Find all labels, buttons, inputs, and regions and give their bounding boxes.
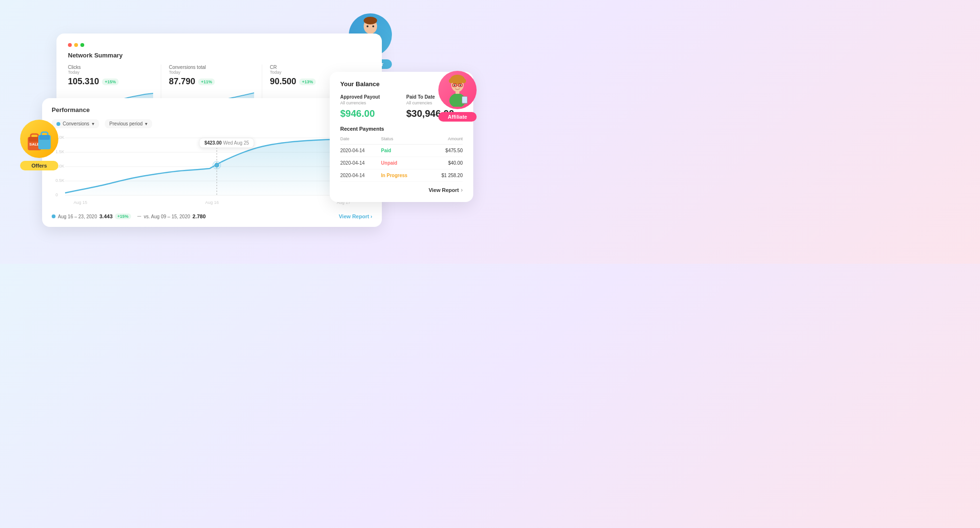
payment-table: Date Status Amount 2020-04-14 Paid $475.… (340, 136, 463, 182)
svg-point-15 (454, 85, 456, 86)
approved-payout-col: Approved Payout All currencies $946.00 (340, 94, 397, 119)
legend-dot-blue (52, 214, 56, 218)
metric-clicks-badge: +15% (102, 79, 119, 85)
offers-avatar: SALE Offers (20, 120, 58, 170)
svg-rect-27 (39, 135, 50, 140)
legend-item-2: vs. Aug 09 – 15, 2020 2.780 (137, 213, 206, 219)
metric-conversions-badge: +11% (198, 79, 215, 85)
performance-footer: Aug 16 – 23, 2020 3.443 +15% vs. Aug 09 … (52, 213, 372, 219)
metric-conversions-period: Today (169, 70, 254, 75)
payment-table-header: Date Status Amount (340, 136, 463, 145)
legend-dot-dashed (137, 214, 142, 219)
col-date-header: Date (340, 136, 381, 141)
payment-row-1: 2020-04-14 Paid $475.50 (340, 145, 463, 157)
performance-view-report-link[interactable]: View Report › (339, 213, 372, 219)
main-wrapper: Advertiser (0, 0, 490, 264)
performance-header: Performance ··· (52, 106, 372, 113)
conversions-dropdown[interactable]: Conversions ▾ (52, 119, 99, 128)
metric-cr-badge: +13% (299, 79, 316, 85)
offers-bags-figure: SALE (24, 124, 55, 155)
svg-text:0.5K: 0.5K (56, 178, 65, 183)
balance-footer: View Report › (340, 187, 463, 193)
payment-date-1: 2020-04-14 (340, 148, 381, 153)
col-status-header: Status (381, 136, 422, 141)
payment-status-2: Unpaid (381, 160, 422, 166)
metric-clicks-period: Today (68, 70, 153, 75)
svg-point-3 (372, 25, 374, 27)
legend1-value: 3.443 (100, 213, 113, 219)
offers-label: Offers (20, 161, 58, 170)
metric-conversions-value: 87.790 (169, 77, 195, 87)
affiliate-figure (443, 73, 472, 107)
network-summary-title: Network Summary (68, 52, 370, 59)
payment-amount-1: $475.50 (422, 148, 463, 153)
metric-conversions-label: Conversions total (169, 65, 254, 70)
metric-clicks-label: Clicks (68, 65, 153, 70)
chart-tooltip: $423.00 Wed Aug 25 (199, 138, 254, 148)
svg-rect-20 (462, 97, 467, 103)
affiliate-avatar: Affiliate (438, 71, 477, 122)
window-dots (68, 43, 370, 47)
dot-yellow (74, 43, 78, 47)
legend2-dates: vs. Aug 09 – 15, 2020 (144, 214, 190, 219)
metric-conversions-value-row: 87.790 +11% (169, 77, 254, 87)
payment-status-3: In Progress (381, 173, 422, 178)
legend1-badge: +15% (115, 213, 131, 219)
payment-date-2: 2020-04-14 (340, 160, 381, 166)
col-amount-header: Amount (422, 136, 463, 141)
period-chevron: ▾ (145, 121, 147, 126)
approved-payout-sub: All currencies (340, 101, 397, 105)
performance-view-report-text: View Report (339, 213, 369, 219)
conversions-chevron: ▾ (92, 121, 94, 126)
period-dropdown[interactable]: Previous period ▾ (105, 119, 152, 128)
legend-item-1: Aug 16 – 23, 2020 3.443 +15% (52, 213, 131, 219)
metric-clicks-value: 105.310 (68, 77, 99, 87)
payment-status-1: Paid (381, 148, 422, 153)
period-label: Previous period (110, 121, 143, 126)
metric-cr-label: CR (270, 65, 355, 70)
payment-row-2: 2020-04-14 Unpaid $40.00 (340, 157, 463, 169)
payment-row-3: 2020-04-14 In Progress $1 258.20 (340, 169, 463, 182)
approved-payout-amount: $946.00 (340, 108, 397, 119)
payment-amount-2: $40.00 (422, 160, 463, 166)
dot-green (80, 43, 84, 47)
svg-text:0: 0 (56, 192, 58, 197)
balance-view-report-btn[interactable]: View Report (429, 187, 459, 193)
legend1-dates: Aug 16 – 23, 2020 (58, 214, 97, 219)
svg-rect-18 (456, 91, 459, 94)
svg-point-16 (460, 85, 461, 86)
svg-rect-48 (137, 216, 141, 217)
tooltip-amount: $423.00 (204, 140, 222, 146)
recent-payments-title: Recent Payments (340, 126, 463, 132)
svg-point-10 (449, 79, 454, 83)
affiliate-label: Affiliate (438, 112, 477, 122)
performance-title: Performance (52, 106, 89, 113)
payment-amount-3: $1 258.20 (422, 173, 463, 178)
tooltip-date: Wed Aug 25 (223, 140, 249, 146)
affiliate-avatar-circle (438, 71, 477, 109)
conversions-label: Conversions (63, 121, 89, 126)
performance-view-report-arrow: › (370, 213, 372, 219)
svg-point-2 (367, 25, 368, 27)
main-chart-area: $423.00 Wed Aug 25 2.0K 1.5K 1.0K 0.5K 0… (52, 133, 372, 210)
svg-point-1 (364, 17, 377, 24)
offers-avatar-circle: SALE (20, 120, 58, 158)
balance-view-report-arrow: › (461, 187, 463, 193)
approved-payout-label: Approved Payout (340, 94, 397, 100)
chart-legend: Aug 16 – 23, 2020 3.443 +15% vs. Aug 09 … (52, 213, 206, 219)
metric-clicks-value-row: 105.310 +15% (68, 77, 153, 87)
payment-date-3: 2020-04-14 (340, 173, 381, 178)
metric-cr-value: 90.500 (270, 77, 296, 87)
performance-controls: Conversions ▾ Previous period ▾ Cumulati… (52, 119, 372, 128)
svg-point-11 (461, 79, 466, 83)
dot-red (68, 43, 72, 47)
svg-text:Aug 16: Aug 16 (205, 200, 219, 205)
legend2-value: 2.780 (192, 213, 206, 219)
svg-text:Aug 15: Aug 15 (74, 200, 88, 205)
